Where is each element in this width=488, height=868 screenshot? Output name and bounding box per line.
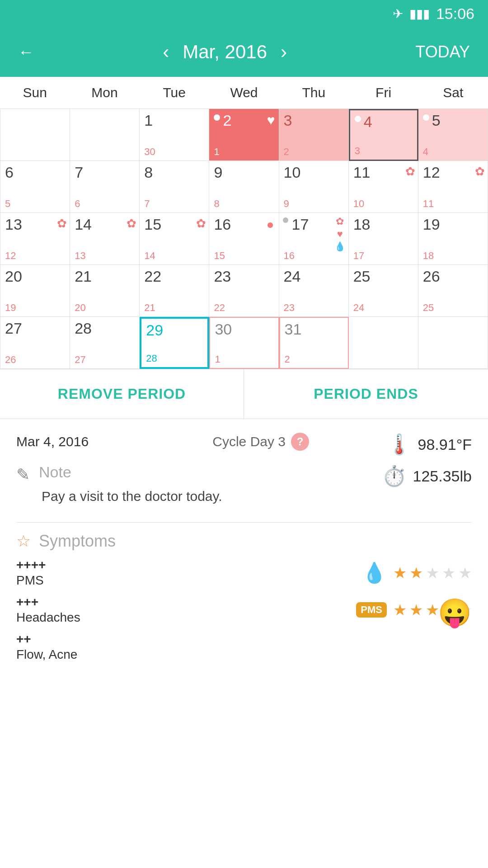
date-number: 8 — [144, 164, 153, 181]
date-number: 6 — [5, 164, 14, 181]
star-filled: ★ — [393, 564, 407, 582]
action-buttons: REMOVE PERIOD PERIOD ENDS — [0, 369, 488, 419]
week-number: 8 — [214, 198, 219, 210]
calendar-cell-mar16[interactable]: 16 ● 15 — [209, 213, 279, 265]
symptoms-section: ☆ Symptoms ++++ PMS 💧 ★ ★ ★ ★ ★ — [16, 532, 472, 662]
date-number: 22 — [144, 268, 161, 285]
calendar-cell-mar5[interactable]: 5 4 — [418, 109, 488, 161]
calendar-cell-mar19[interactable]: 19 18 — [418, 213, 488, 265]
week-number: 22 — [214, 302, 225, 314]
calendar-cell-mar7[interactable]: 7 6 — [70, 161, 140, 213]
date-number: 27 — [5, 320, 22, 337]
week-number: 1 — [214, 146, 219, 158]
calendar-cell-mar22[interactable]: 22 21 — [140, 265, 209, 317]
flower-icon: ✿ — [57, 217, 67, 231]
app-header: ← ‹ Mar, 2016 › TODAY — [0, 27, 488, 77]
calendar-cell-mar11[interactable]: 11 ✿ 10 — [349, 161, 418, 213]
weight-stat: ⏱️ 125.35lb — [382, 464, 472, 488]
calendar-cell-mar3[interactable]: 3 2 — [279, 109, 349, 161]
calendar-cell-mar28[interactable]: 28 27 — [70, 317, 140, 369]
symptom-name-pms: PMS — [16, 573, 46, 588]
dot-icon — [283, 217, 288, 223]
calendar-cell-mar23[interactable]: 23 22 — [209, 265, 279, 317]
battery-icon: ▮▮▮ — [409, 6, 430, 21]
symptom-intensity-pms: ++++ — [16, 558, 46, 572]
detail-meta: Mar 4, 2016 Cycle Day 3 ? — [16, 433, 309, 451]
date-number: 17 — [292, 216, 309, 233]
symptom-intensity-acne: ++ — [16, 632, 77, 646]
date-number: 19 — [423, 216, 440, 233]
calendar-cell-mar1[interactable]: 1 30 — [140, 109, 209, 161]
period-dot-icon — [423, 114, 429, 121]
week-number: 18 — [423, 250, 434, 262]
period-ends-button[interactable]: PERIOD ENDS — [244, 369, 488, 419]
week-number: 7 — [144, 198, 150, 210]
airplane-icon: ✈ — [393, 6, 403, 21]
week-number: 23 — [284, 302, 295, 314]
remove-period-button[interactable]: REMOVE PERIOD — [0, 369, 244, 419]
calendar-cell — [418, 317, 488, 369]
date-number: 10 — [284, 164, 301, 181]
symptom-name-acne: Flow, Acne — [16, 647, 77, 662]
calendar-cell-mar18[interactable]: 18 17 — [349, 213, 418, 265]
date-number: 25 — [353, 268, 371, 285]
symptom-left-headaches: +++ Headaches — [16, 595, 80, 625]
week-number: 28 — [146, 353, 157, 364]
calendar-cell-mar4[interactable]: 4 3 — [349, 109, 418, 161]
calendar-cell-mar29[interactable]: 29 28 — [140, 317, 209, 369]
symptom-right-pms: 💧 ★ ★ ★ ★ ★ — [362, 561, 472, 585]
calendar-cell-mar20[interactable]: 20 19 — [0, 265, 70, 317]
date-number: 23 — [214, 268, 231, 285]
symptom-intensity-headaches: +++ — [16, 595, 80, 609]
back-button[interactable]: ← — [18, 42, 34, 61]
today-button[interactable]: TODAY — [415, 42, 470, 61]
next-month-button[interactable]: › — [281, 41, 287, 63]
calendar-cell-mar21[interactable]: 21 20 — [70, 265, 140, 317]
star-filled: ★ — [393, 601, 407, 619]
calendar-cell-mar17[interactable]: 17 ✿ ♥ 💧 16 — [279, 213, 349, 265]
star-filled: ★ — [426, 601, 439, 619]
calendar-cell-mar8[interactable]: 8 7 — [140, 161, 209, 213]
calendar-cell-mar9[interactable]: 9 8 — [209, 161, 279, 213]
calendar-cell-mar25[interactable]: 25 24 — [349, 265, 418, 317]
week-number: 3 — [355, 145, 360, 157]
calendar-cell-mar15[interactable]: 15 ✿ 14 — [140, 213, 209, 265]
calendar-cell — [349, 317, 418, 369]
star-empty: ★ — [442, 564, 455, 582]
calendar-cell-mar14[interactable]: 14 ✿ 13 — [70, 213, 140, 265]
day-header-wed: Wed — [209, 77, 279, 108]
detail-left-col: Mar 4, 2016 Cycle Day 3 ? ✎ Note Pay a v… — [16, 433, 309, 513]
cycle-day-help-button[interactable]: ? — [291, 433, 309, 451]
calendar-cell[interactable] — [0, 109, 70, 161]
week-number: 6 — [75, 198, 80, 210]
date-number: 1 — [144, 112, 153, 129]
date-number: 11 — [353, 164, 371, 181]
emoji-face-icon: 😛 — [438, 598, 472, 628]
prev-month-button[interactable]: ‹ — [163, 41, 169, 63]
calendar-cell[interactable] — [70, 109, 140, 161]
calendar-cell-mar12[interactable]: 12 ✿ 11 — [418, 161, 488, 213]
status-bar: ✈ ▮▮▮ 15:06 — [0, 0, 488, 27]
note-section: ✎ Note — [16, 463, 309, 484]
calendar-cell-mar2[interactable]: 2 ♥ 1 — [209, 109, 279, 161]
day-header-sun: Sun — [0, 77, 70, 108]
calendar-cell-mar31[interactable]: 31 2 — [279, 317, 349, 369]
calendar-cell-mar10[interactable]: 10 9 — [279, 161, 349, 213]
week-number: 5 — [5, 198, 10, 210]
temperature-value: 98.91°F — [418, 436, 472, 453]
date-number: 4 — [364, 113, 372, 130]
star-filled: ★ — [409, 564, 423, 582]
week-number: 30 — [144, 146, 155, 158]
date-number: 14 — [75, 216, 92, 233]
calendar-cell-mar24[interactable]: 24 23 — [279, 265, 349, 317]
calendar-cell-mar13[interactable]: 13 ✿ 12 — [0, 213, 70, 265]
date-number: 12 — [423, 164, 440, 181]
calendar-cell-mar26[interactable]: 26 25 — [418, 265, 488, 317]
day-header-fri: Fri — [348, 77, 418, 108]
symptoms-label: Symptoms — [39, 532, 116, 551]
calendar-cell-mar30[interactable]: 30 1 — [209, 317, 279, 369]
calendar-cell-mar6[interactable]: 6 5 — [0, 161, 70, 213]
calendar-cell-mar27[interactable]: 27 26 — [0, 317, 70, 369]
weight-value: 125.35lb — [413, 467, 472, 485]
week-number: 17 — [353, 250, 364, 262]
